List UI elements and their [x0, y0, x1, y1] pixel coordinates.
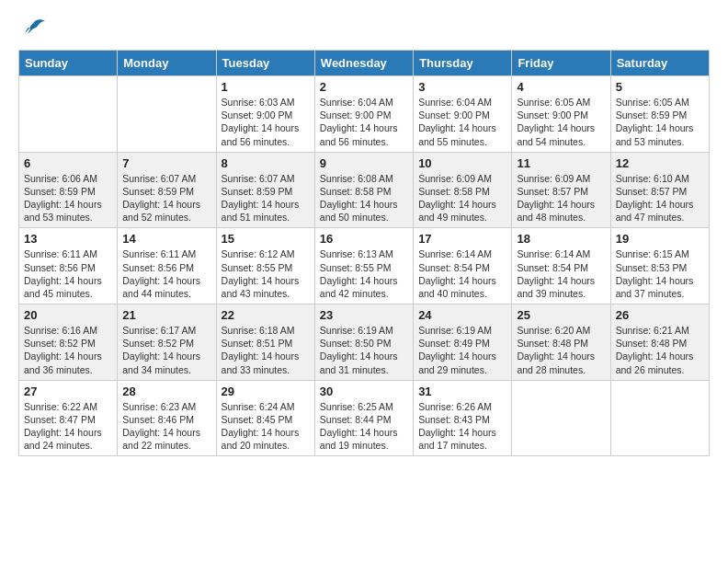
day-info: Sunrise: 6:19 AM Sunset: 8:50 PM Dayligh…: [320, 324, 408, 376]
day-info: Sunrise: 6:08 AM Sunset: 8:58 PM Dayligh…: [320, 172, 408, 224]
calendar-cell: 5Sunrise: 6:05 AM Sunset: 8:59 PM Daylig…: [610, 76, 709, 153]
day-number: 19: [616, 232, 704, 246]
calendar-cell: 6Sunrise: 6:06 AM Sunset: 8:59 PM Daylig…: [19, 152, 118, 228]
calendar-cell: [118, 76, 216, 153]
day-info: Sunrise: 6:19 AM Sunset: 8:49 PM Dayligh…: [418, 324, 506, 376]
calendar-cell: 25Sunrise: 6:20 AM Sunset: 8:48 PM Dayli…: [512, 304, 610, 381]
calendar-cell: 22Sunrise: 6:18 AM Sunset: 8:51 PM Dayli…: [216, 304, 314, 381]
day-info: Sunrise: 6:07 AM Sunset: 8:59 PM Dayligh…: [222, 172, 310, 224]
calendar-cell: 21Sunrise: 6:17 AM Sunset: 8:52 PM Dayli…: [118, 304, 216, 381]
day-number: 16: [320, 232, 408, 246]
calendar-cell: 7Sunrise: 6:07 AM Sunset: 8:59 PM Daylig…: [118, 152, 216, 228]
calendar-cell: 16Sunrise: 6:13 AM Sunset: 8:55 PM Dayli…: [314, 228, 413, 304]
day-info: Sunrise: 6:12 AM Sunset: 8:55 PM Dayligh…: [222, 247, 310, 300]
calendar-cell: 13Sunrise: 6:11 AM Sunset: 8:56 PM Dayli…: [19, 228, 118, 304]
day-number: 6: [24, 156, 112, 170]
calendar-cell: 17Sunrise: 6:14 AM Sunset: 8:54 PM Dayli…: [414, 228, 512, 304]
day-number: 21: [122, 308, 210, 322]
day-info: Sunrise: 6:25 AM Sunset: 8:44 PM Dayligh…: [320, 400, 408, 453]
calendar-cell: 18Sunrise: 6:14 AM Sunset: 8:54 PM Dayli…: [512, 228, 610, 304]
day-number: 10: [418, 156, 506, 170]
day-info: Sunrise: 6:20 AM Sunset: 8:48 PM Dayligh…: [517, 324, 605, 376]
calendar-cell: 29Sunrise: 6:24 AM Sunset: 8:45 PM Dayli…: [216, 380, 314, 456]
day-info: Sunrise: 6:26 AM Sunset: 8:43 PM Dayligh…: [418, 400, 506, 453]
calendar-cell: 27Sunrise: 6:22 AM Sunset: 8:47 PM Dayli…: [19, 380, 118, 456]
calendar-cell: 10Sunrise: 6:09 AM Sunset: 8:58 PM Dayli…: [414, 152, 512, 228]
day-info: Sunrise: 6:15 AM Sunset: 8:53 PM Dayligh…: [616, 247, 704, 300]
day-info: Sunrise: 6:16 AM Sunset: 8:52 PM Dayligh…: [24, 324, 112, 376]
calendar-cell: 11Sunrise: 6:09 AM Sunset: 8:57 PM Dayli…: [512, 152, 610, 228]
day-number: 3: [418, 80, 506, 94]
day-info: Sunrise: 6:06 AM Sunset: 8:59 PM Dayligh…: [24, 172, 112, 224]
calendar-day-header: Tuesday: [216, 51, 314, 76]
day-number: 24: [418, 308, 506, 322]
calendar-day-header: Saturday: [610, 51, 709, 76]
calendar-week-row: 20Sunrise: 6:16 AM Sunset: 8:52 PM Dayli…: [19, 304, 710, 381]
calendar-cell: 19Sunrise: 6:15 AM Sunset: 8:53 PM Dayli…: [610, 228, 709, 304]
day-info: Sunrise: 6:22 AM Sunset: 8:47 PM Dayligh…: [24, 400, 112, 453]
day-info: Sunrise: 6:14 AM Sunset: 8:54 PM Dayligh…: [517, 247, 605, 300]
day-info: Sunrise: 6:07 AM Sunset: 8:59 PM Dayligh…: [122, 172, 210, 224]
day-info: Sunrise: 6:14 AM Sunset: 8:54 PM Dayligh…: [418, 247, 506, 300]
day-number: 15: [222, 232, 310, 246]
calendar-table: SundayMondayTuesdayWednesdayThursdayFrid…: [18, 50, 710, 456]
day-info: Sunrise: 6:21 AM Sunset: 8:48 PM Dayligh…: [616, 324, 704, 376]
day-number: 20: [24, 308, 112, 322]
day-number: 22: [222, 308, 310, 322]
calendar-week-row: 27Sunrise: 6:22 AM Sunset: 8:47 PM Dayli…: [19, 380, 710, 456]
day-info: Sunrise: 6:24 AM Sunset: 8:45 PM Dayligh…: [222, 400, 310, 453]
logo-bird-icon: [21, 18, 47, 40]
calendar-cell: 3Sunrise: 6:04 AM Sunset: 9:00 PM Daylig…: [414, 76, 512, 153]
calendar-header-row: SundayMondayTuesdayWednesdayThursdayFrid…: [19, 51, 710, 76]
calendar-cell: 14Sunrise: 6:11 AM Sunset: 8:56 PM Dayli…: [118, 228, 216, 304]
day-number: 28: [122, 385, 210, 398]
day-info: Sunrise: 6:04 AM Sunset: 9:00 PM Dayligh…: [320, 96, 408, 148]
calendar-cell: [19, 76, 118, 153]
day-number: 30: [320, 385, 408, 398]
day-number: 11: [517, 156, 605, 170]
day-info: Sunrise: 6:11 AM Sunset: 8:56 PM Dayligh…: [24, 247, 112, 300]
calendar-day-header: Friday: [512, 51, 610, 76]
day-info: Sunrise: 6:18 AM Sunset: 8:51 PM Dayligh…: [222, 324, 310, 376]
calendar-week-row: 13Sunrise: 6:11 AM Sunset: 8:56 PM Dayli…: [19, 228, 710, 304]
calendar-cell: 24Sunrise: 6:19 AM Sunset: 8:49 PM Dayli…: [414, 304, 512, 381]
day-info: Sunrise: 6:11 AM Sunset: 8:56 PM Dayligh…: [122, 247, 210, 300]
day-number: 9: [320, 156, 408, 170]
calendar-cell: 31Sunrise: 6:26 AM Sunset: 8:43 PM Dayli…: [414, 380, 512, 456]
calendar-day-header: Sunday: [19, 51, 118, 76]
logo: [18, 18, 47, 40]
day-info: Sunrise: 6:10 AM Sunset: 8:57 PM Dayligh…: [616, 172, 704, 224]
day-number: 31: [418, 385, 506, 398]
day-number: 13: [24, 232, 112, 246]
calendar-cell: 9Sunrise: 6:08 AM Sunset: 8:58 PM Daylig…: [314, 152, 413, 228]
calendar-cell: [610, 380, 709, 456]
page-header: [18, 18, 710, 40]
day-number: 8: [222, 156, 310, 170]
calendar-week-row: 1Sunrise: 6:03 AM Sunset: 9:00 PM Daylig…: [19, 76, 710, 153]
day-info: Sunrise: 6:05 AM Sunset: 9:00 PM Dayligh…: [517, 96, 605, 148]
day-info: Sunrise: 6:04 AM Sunset: 9:00 PM Dayligh…: [418, 96, 506, 148]
day-info: Sunrise: 6:09 AM Sunset: 8:57 PM Dayligh…: [517, 172, 605, 224]
day-number: 12: [616, 156, 704, 170]
day-number: 29: [222, 385, 310, 398]
day-info: Sunrise: 6:09 AM Sunset: 8:58 PM Dayligh…: [418, 172, 506, 224]
day-number: 1: [222, 80, 310, 94]
calendar-cell: 15Sunrise: 6:12 AM Sunset: 8:55 PM Dayli…: [216, 228, 314, 304]
day-number: 7: [122, 156, 210, 170]
day-number: 18: [517, 232, 605, 246]
calendar-day-header: Wednesday: [314, 51, 413, 76]
calendar-cell: 8Sunrise: 6:07 AM Sunset: 8:59 PM Daylig…: [216, 152, 314, 228]
calendar-cell: 2Sunrise: 6:04 AM Sunset: 9:00 PM Daylig…: [314, 76, 413, 153]
calendar-cell: 30Sunrise: 6:25 AM Sunset: 8:44 PM Dayli…: [314, 380, 413, 456]
calendar-day-header: Thursday: [414, 51, 512, 76]
day-number: 25: [517, 308, 605, 322]
day-number: 5: [616, 80, 704, 94]
day-number: 23: [320, 308, 408, 322]
day-number: 17: [418, 232, 506, 246]
calendar-day-header: Monday: [118, 51, 216, 76]
calendar-cell: 26Sunrise: 6:21 AM Sunset: 8:48 PM Dayli…: [610, 304, 709, 381]
day-info: Sunrise: 6:23 AM Sunset: 8:46 PM Dayligh…: [122, 400, 210, 453]
day-info: Sunrise: 6:17 AM Sunset: 8:52 PM Dayligh…: [122, 324, 210, 376]
day-number: 14: [122, 232, 210, 246]
day-info: Sunrise: 6:05 AM Sunset: 8:59 PM Dayligh…: [616, 96, 704, 148]
